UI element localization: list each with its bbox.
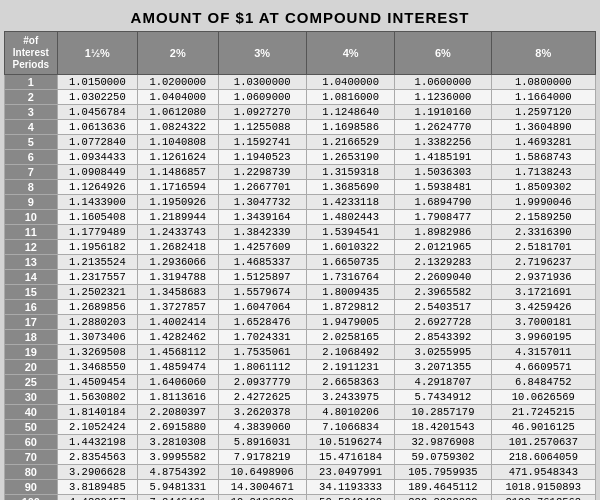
cell-value: 1.1486857 (138, 165, 218, 180)
cell-value: 2.9371936 (491, 270, 595, 285)
cell-value: 1.5938481 (395, 180, 491, 195)
cell-value: 1.6047064 (218, 300, 306, 315)
cell-period: 50 (5, 420, 58, 435)
cell-value: 1.1664000 (491, 90, 595, 105)
cell-value: 2.1911231 (306, 360, 394, 375)
cell-value: 1.3382256 (395, 135, 491, 150)
cell-value: 1.4257609 (218, 240, 306, 255)
cell-value: 1.6894790 (395, 195, 491, 210)
cell-value: 1.4802443 (306, 210, 394, 225)
col-header-2: 2% (138, 32, 218, 75)
table-row: 91.14339001.19509261.30477321.42331181.6… (5, 195, 596, 210)
col-header-periods: #ofInterestPeriods (5, 32, 58, 75)
cell-value: 1.8509302 (491, 180, 595, 195)
table-row: 141.23175571.31947881.51258971.73167642.… (5, 270, 596, 285)
table-row: 401.81401842.20803973.26203784.801020610… (5, 405, 596, 420)
cell-value: 3.4259426 (491, 300, 595, 315)
table-row: 81.12649261.17165941.26677011.36856901.5… (5, 180, 596, 195)
table-row: 171.28802031.40024141.65284761.94790052.… (5, 315, 596, 330)
cell-period: 12 (5, 240, 58, 255)
cell-value: 5.8916031 (218, 435, 306, 450)
cell-period: 5 (5, 135, 58, 150)
cell-value: 1.0908449 (57, 165, 137, 180)
cell-value: 1.1255088 (218, 120, 306, 135)
cell-period: 18 (5, 330, 58, 345)
cell-period: 7 (5, 165, 58, 180)
cell-value: 2.6658363 (306, 375, 394, 390)
cell-period: 2 (5, 90, 58, 105)
cell-value: 19.2186320 (218, 495, 306, 501)
cell-value: 1.4859474 (138, 360, 218, 375)
cell-value: 10.2857179 (395, 405, 491, 420)
cell-value: 2.2080397 (138, 405, 218, 420)
cell-value: 1.2189944 (138, 210, 218, 225)
cell-value: 1.2667701 (218, 180, 306, 195)
cell-value: 1.2653190 (306, 150, 394, 165)
cell-value: 1.8140184 (57, 405, 137, 420)
cell-value: 1.0300000 (218, 75, 306, 90)
cell-value: 1.4233118 (306, 195, 394, 210)
cell-value: 1.9990046 (491, 195, 595, 210)
cell-value: 1.5579674 (218, 285, 306, 300)
cell-value: 1.0800000 (491, 75, 595, 90)
col-header-4: 4% (306, 32, 394, 75)
cell-period: 8 (5, 180, 58, 195)
cell-value: 1.2682418 (138, 240, 218, 255)
cell-value: 5.9481331 (138, 480, 218, 495)
cell-value: 7.9178219 (218, 450, 306, 465)
cell-value: 1.0200000 (138, 75, 218, 90)
cell-value: 1.3685690 (306, 180, 394, 195)
cell-value: 1.0824322 (138, 120, 218, 135)
cell-period: 15 (5, 285, 58, 300)
cell-value: 2.2609040 (395, 270, 491, 285)
col-header-6: 6% (395, 32, 491, 75)
cell-period: 1 (5, 75, 58, 90)
table-row: 101.16054081.21899441.34391641.48024431.… (5, 210, 596, 225)
table-row: 181.30734061.42824621.70243312.02581652.… (5, 330, 596, 345)
cell-value: 2.1052424 (57, 420, 137, 435)
cell-value: 1.1605408 (57, 210, 137, 225)
cell-value: 1.5036303 (395, 165, 491, 180)
cell-value: 1.1592741 (218, 135, 306, 150)
cell-value: 23.0497991 (306, 465, 394, 480)
cell-value: 2.1589250 (491, 210, 595, 225)
cell-value: 105.7959935 (395, 465, 491, 480)
cell-value: 2.1068492 (306, 345, 394, 360)
cell-value: 1.6010322 (306, 240, 394, 255)
cell-value: 1.0400000 (306, 75, 394, 90)
table-row: 51.07728401.10408081.15927411.21665291.3… (5, 135, 596, 150)
cell-value: 10.0626569 (491, 390, 595, 405)
cell-value: 1.6650735 (306, 255, 394, 270)
cell-period: 3 (5, 105, 58, 120)
table-header-row: #ofInterestPeriods 1½% 2% 3% 4% 6% 8% (5, 32, 596, 75)
cell-period: 10 (5, 210, 58, 225)
table-row: 1004.43204577.244646119.218632050.504948… (5, 495, 596, 501)
table-body: 11.01500001.02000001.03000001.04000001.0… (5, 75, 596, 501)
cell-value: 1.1261624 (138, 150, 218, 165)
col-header-8: 8% (491, 32, 595, 75)
cell-value: 1.0404000 (138, 90, 218, 105)
cell-period: 60 (5, 435, 58, 450)
cell-value: 1.8061112 (218, 360, 306, 375)
cell-value: 3.2433975 (306, 390, 394, 405)
cell-value: 4.8010206 (306, 405, 394, 420)
cell-value: 15.4716184 (306, 450, 394, 465)
cell-value: 1.0772840 (57, 135, 137, 150)
cell-value: 1.1264926 (57, 180, 137, 195)
cell-value: 1.8009435 (306, 285, 394, 300)
cell-value: 1.0302250 (57, 90, 137, 105)
cell-period: 90 (5, 480, 58, 495)
cell-value: 1.8982986 (395, 225, 491, 240)
cell-value: 1.1779489 (57, 225, 137, 240)
cell-value: 1.3727857 (138, 300, 218, 315)
cell-period: 17 (5, 315, 58, 330)
cell-value: 2.3316390 (491, 225, 595, 240)
cell-value: 1.1716594 (138, 180, 218, 195)
cell-value: 1.1950926 (138, 195, 218, 210)
cell-value: 2.6927728 (395, 315, 491, 330)
cell-value: 10.5196274 (306, 435, 394, 450)
cell-value: 1.6528476 (218, 315, 306, 330)
cell-value: 1.4185191 (395, 150, 491, 165)
cell-value: 2.0937779 (218, 375, 306, 390)
cell-value: 2.8543392 (395, 330, 491, 345)
